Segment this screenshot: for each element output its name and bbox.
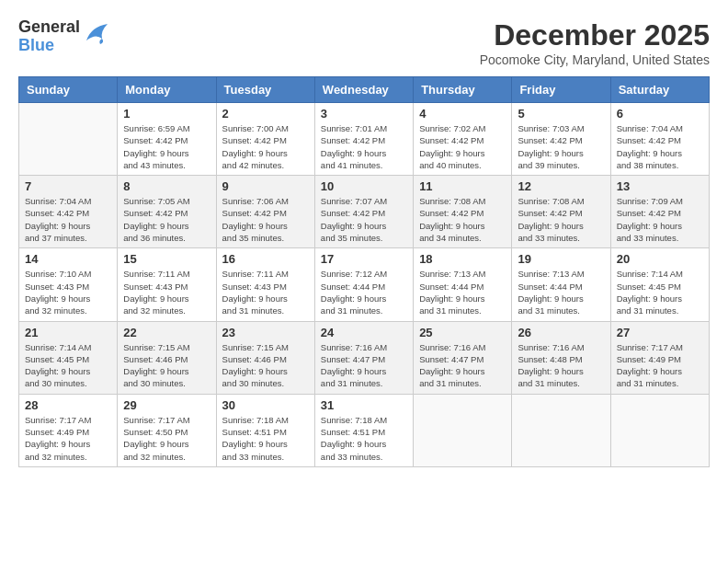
day-number: 9 [222, 179, 309, 193]
day-number: 26 [518, 326, 604, 339]
calendar-day-cell: 9Sunrise: 7:06 AM Sunset: 4:42 PM Daylig… [216, 176, 314, 248]
calendar-day-cell [610, 394, 709, 466]
calendar-day-cell: 21Sunrise: 7:14 AM Sunset: 4:45 PM Dayli… [19, 321, 118, 394]
day-info: Sunrise: 7:13 AM Sunset: 4:44 PM Dayligh… [518, 268, 604, 316]
calendar-day-cell: 8Sunrise: 7:05 AM Sunset: 4:42 PM Daylig… [118, 176, 216, 248]
day-info: Sunrise: 7:01 AM Sunset: 4:42 PM Dayligh… [321, 122, 407, 171]
day-number: 19 [518, 252, 604, 266]
day-number: 30 [222, 398, 309, 412]
calendar-day-cell: 27Sunrise: 7:17 AM Sunset: 4:49 PM Dayli… [610, 321, 709, 394]
weekday-header-cell: Friday [512, 77, 610, 103]
calendar-day-cell: 5Sunrise: 7:03 AM Sunset: 4:42 PM Daylig… [512, 103, 610, 176]
calendar-day-cell: 7Sunrise: 7:04 AM Sunset: 4:42 PM Daylig… [19, 176, 118, 248]
calendar-day-cell: 22Sunrise: 7:15 AM Sunset: 4:46 PM Dayli… [118, 321, 216, 394]
day-info: Sunrise: 7:16 AM Sunset: 4:47 PM Dayligh… [321, 341, 407, 390]
day-number: 24 [321, 326, 407, 339]
weekday-header-cell: Saturday [610, 77, 709, 103]
day-number: 18 [419, 252, 506, 266]
day-info: Sunrise: 7:18 AM Sunset: 4:51 PM Dayligh… [321, 414, 407, 463]
calendar-day-cell: 26Sunrise: 7:16 AM Sunset: 4:48 PM Dayli… [512, 321, 610, 394]
calendar-day-cell: 13Sunrise: 7:09 AM Sunset: 4:42 PM Dayli… [610, 176, 709, 248]
day-number: 27 [617, 326, 703, 339]
day-info: Sunrise: 7:11 AM Sunset: 4:43 PM Dayligh… [123, 268, 210, 316]
day-number: 17 [321, 252, 407, 266]
calendar-day-cell: 3Sunrise: 7:01 AM Sunset: 4:42 PM Daylig… [314, 103, 413, 176]
weekday-header-row: SundayMondayTuesdayWednesdayThursdayFrid… [19, 77, 710, 103]
day-info: Sunrise: 7:17 AM Sunset: 4:49 PM Dayligh… [25, 414, 111, 463]
day-number: 12 [518, 179, 604, 193]
calendar-day-cell: 30Sunrise: 7:18 AM Sunset: 4:51 PM Dayli… [216, 394, 314, 466]
day-info: Sunrise: 7:14 AM Sunset: 4:45 PM Dayligh… [25, 341, 111, 390]
logo-blue: Blue [18, 37, 80, 55]
day-number: 28 [25, 398, 111, 412]
calendar-day-cell: 16Sunrise: 7:11 AM Sunset: 4:43 PM Dayli… [216, 248, 314, 321]
location-subtitle: Pocomoke City, Maryland, United States [480, 52, 710, 67]
day-number: 3 [321, 107, 407, 121]
day-info: Sunrise: 7:03 AM Sunset: 4:42 PM Dayligh… [518, 122, 604, 171]
calendar-day-cell: 28Sunrise: 7:17 AM Sunset: 4:49 PM Dayli… [19, 394, 118, 466]
day-number: 5 [518, 107, 604, 121]
calendar-day-cell: 10Sunrise: 7:07 AM Sunset: 4:42 PM Dayli… [314, 176, 413, 248]
calendar-day-cell: 25Sunrise: 7:16 AM Sunset: 4:47 PM Dayli… [414, 321, 512, 394]
day-info: Sunrise: 7:15 AM Sunset: 4:46 PM Dayligh… [222, 341, 309, 390]
day-info: Sunrise: 7:05 AM Sunset: 4:42 PM Dayligh… [123, 195, 210, 244]
day-number: 20 [617, 252, 703, 266]
day-number: 10 [321, 179, 407, 193]
logo-general: General [18, 18, 80, 37]
logo-text: General Blue [18, 18, 80, 55]
day-info: Sunrise: 7:07 AM Sunset: 4:42 PM Dayligh… [321, 195, 407, 244]
day-number: 13 [617, 179, 703, 193]
month-year-title: December 2025 [480, 18, 710, 52]
day-number: 2 [222, 107, 309, 121]
day-number: 8 [123, 179, 210, 193]
day-number: 21 [25, 326, 111, 339]
day-info: Sunrise: 7:10 AM Sunset: 4:43 PM Dayligh… [25, 268, 111, 316]
calendar-body: 1Sunrise: 6:59 AM Sunset: 4:42 PM Daylig… [19, 103, 710, 467]
title-section: December 2025 Pocomoke City, Maryland, U… [480, 18, 710, 67]
day-info: Sunrise: 7:16 AM Sunset: 4:47 PM Dayligh… [419, 341, 506, 390]
calendar-day-cell [414, 394, 512, 466]
calendar-day-cell: 1Sunrise: 6:59 AM Sunset: 4:42 PM Daylig… [118, 103, 216, 176]
day-number: 1 [123, 107, 210, 121]
day-number: 15 [123, 252, 210, 266]
calendar-day-cell: 19Sunrise: 7:13 AM Sunset: 4:44 PM Dayli… [512, 248, 610, 321]
day-info: Sunrise: 7:17 AM Sunset: 4:50 PM Dayligh… [123, 414, 210, 463]
logo: General Blue [18, 18, 109, 55]
calendar-day-cell: 20Sunrise: 7:14 AM Sunset: 4:45 PM Dayli… [610, 248, 709, 321]
calendar-week-row: 14Sunrise: 7:10 AM Sunset: 4:43 PM Dayli… [19, 248, 710, 321]
calendar-day-cell [19, 103, 118, 176]
calendar-day-cell: 29Sunrise: 7:17 AM Sunset: 4:50 PM Dayli… [118, 394, 216, 466]
day-number: 16 [222, 252, 309, 266]
day-info: Sunrise: 7:17 AM Sunset: 4:49 PM Dayligh… [617, 341, 703, 390]
calendar-day-cell: 12Sunrise: 7:08 AM Sunset: 4:42 PM Dayli… [512, 176, 610, 248]
calendar-day-cell: 11Sunrise: 7:08 AM Sunset: 4:42 PM Dayli… [414, 176, 512, 248]
weekday-header-cell: Tuesday [216, 77, 314, 103]
day-info: Sunrise: 7:08 AM Sunset: 4:42 PM Dayligh… [419, 195, 506, 244]
day-info: Sunrise: 7:18 AM Sunset: 4:51 PM Dayligh… [222, 414, 309, 463]
weekday-header-cell: Wednesday [314, 77, 413, 103]
day-number: 6 [617, 107, 703, 121]
day-info: Sunrise: 7:06 AM Sunset: 4:42 PM Dayligh… [222, 195, 309, 244]
day-number: 7 [25, 179, 111, 193]
calendar-day-cell: 15Sunrise: 7:11 AM Sunset: 4:43 PM Dayli… [118, 248, 216, 321]
day-info: Sunrise: 7:11 AM Sunset: 4:43 PM Dayligh… [222, 268, 309, 316]
calendar-week-row: 28Sunrise: 7:17 AM Sunset: 4:49 PM Dayli… [19, 394, 710, 466]
calendar-table: SundayMondayTuesdayWednesdayThursdayFrid… [18, 76, 710, 467]
day-info: Sunrise: 7:14 AM Sunset: 4:45 PM Dayligh… [617, 268, 703, 316]
day-info: Sunrise: 7:00 AM Sunset: 4:42 PM Dayligh… [222, 122, 309, 171]
day-info: Sunrise: 7:13 AM Sunset: 4:44 PM Dayligh… [419, 268, 506, 316]
weekday-header-cell: Monday [118, 77, 216, 103]
day-number: 4 [419, 107, 506, 121]
day-number: 25 [419, 326, 506, 339]
calendar-day-cell [512, 394, 610, 466]
calendar-day-cell: 23Sunrise: 7:15 AM Sunset: 4:46 PM Dayli… [216, 321, 314, 394]
logo-bird-icon [82, 22, 109, 48]
page-header: General Blue December 2025 Pocomoke City… [18, 18, 710, 67]
day-info: Sunrise: 7:12 AM Sunset: 4:44 PM Dayligh… [321, 268, 407, 316]
calendar-week-row: 1Sunrise: 6:59 AM Sunset: 4:42 PM Daylig… [19, 103, 710, 176]
day-info: Sunrise: 7:04 AM Sunset: 4:42 PM Dayligh… [25, 195, 111, 244]
day-number: 14 [25, 252, 111, 266]
day-info: Sunrise: 7:15 AM Sunset: 4:46 PM Dayligh… [123, 341, 210, 390]
calendar-day-cell: 17Sunrise: 7:12 AM Sunset: 4:44 PM Dayli… [314, 248, 413, 321]
calendar-week-row: 7Sunrise: 7:04 AM Sunset: 4:42 PM Daylig… [19, 176, 710, 248]
